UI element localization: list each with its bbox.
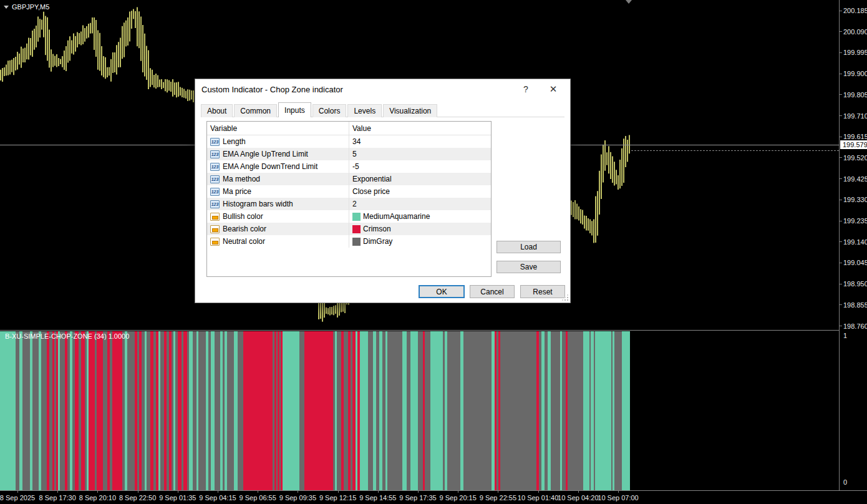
close-icon[interactable]: ✕ bbox=[544, 82, 563, 97]
param-value: Crimson bbox=[363, 225, 391, 233]
histogram-segment bbox=[360, 331, 368, 491]
param-row[interactable]: Bullish color MediumAquamarine bbox=[207, 210, 491, 223]
price-tick-label: 199.045 bbox=[843, 259, 867, 266]
param-row[interactable]: Neutral color DimGray bbox=[207, 235, 491, 248]
chop-zone-histogram bbox=[0, 331, 630, 491]
histogram-segment bbox=[437, 331, 443, 491]
price-tick-mark bbox=[840, 263, 842, 263]
price-tick-mark bbox=[840, 304, 842, 305]
color-swatch bbox=[352, 213, 361, 221]
histogram-segment bbox=[463, 331, 492, 491]
param-value: Exponential bbox=[352, 175, 392, 183]
param-row[interactable]: 123EMA Angle DownTrend Limit -5 bbox=[207, 160, 491, 173]
param-row[interactable]: Bearish color Crimson bbox=[207, 223, 491, 235]
price-tick-mark bbox=[840, 115, 842, 116]
histogram-segment bbox=[299, 331, 304, 491]
price-tick-label: 199.805 bbox=[843, 92, 867, 99]
histogram-segment bbox=[227, 331, 234, 491]
time-tick-mark bbox=[97, 491, 98, 493]
indicator-name-label: B-XU-SIMPLE-CHOP-ZONE (34) 1.0000 bbox=[5, 332, 129, 340]
resize-grip[interactable] bbox=[563, 296, 569, 301]
param-value: -5 bbox=[352, 162, 359, 171]
param-name: Bullish color bbox=[223, 212, 263, 221]
param-value: 34 bbox=[352, 137, 361, 146]
histogram-segment bbox=[583, 331, 589, 491]
time-tick-mark bbox=[258, 491, 258, 493]
tab-common[interactable]: Common bbox=[234, 104, 277, 117]
save-button[interactable]: Save bbox=[496, 261, 561, 273]
price-tick-mark bbox=[840, 221, 842, 221]
histogram-segment bbox=[551, 331, 560, 491]
param-name: EMA Angle DownTrend Limit bbox=[223, 162, 317, 171]
price-axis[interactable]: 200.185200.090199.995199.900199.805199.7… bbox=[839, 0, 867, 491]
tab-about[interactable]: About bbox=[201, 104, 233, 117]
histogram-segment bbox=[112, 331, 122, 491]
histogram-segment bbox=[60, 331, 65, 491]
indicator-subwindow[interactable]: B-XU-SIMPLE-CHOP-ZONE (34) 1.0000 bbox=[0, 330, 839, 491]
color-param-icon bbox=[210, 213, 220, 221]
tab-colors[interactable]: Colors bbox=[312, 104, 347, 117]
indicator-scale-max: 1 bbox=[843, 332, 847, 339]
param-row[interactable]: 123EMA Angle UpTrend Limit 5 bbox=[207, 148, 491, 160]
param-name: EMA Angle UpTrend Limit bbox=[223, 150, 308, 158]
time-tick-label: 9 Sep 17:35 bbox=[399, 494, 436, 502]
param-row[interactable]: 123Histogram bars width 2 bbox=[207, 198, 491, 210]
tab-levels[interactable]: Levels bbox=[347, 104, 382, 117]
histogram-segment bbox=[337, 331, 341, 491]
histogram-segment bbox=[368, 331, 373, 491]
param-value: 5 bbox=[352, 150, 357, 158]
param-value: DimGray bbox=[363, 237, 392, 246]
price-tick-mark bbox=[840, 74, 842, 74]
price-tick-label: 198.760 bbox=[843, 323, 867, 330]
chart-shift-marker[interactable] bbox=[626, 0, 632, 4]
reset-button[interactable]: Reset bbox=[520, 285, 565, 298]
histogram-segment bbox=[198, 331, 206, 491]
numeric-param-icon: 123 bbox=[210, 163, 220, 171]
indicator-scale-min: 0 bbox=[843, 479, 847, 486]
param-row[interactable]: 123Ma method Exponential bbox=[207, 173, 491, 185]
dialog-titlebar[interactable]: Custom Indicator - Chop Zone indicator ?… bbox=[195, 79, 570, 99]
numeric-param-icon: 123 bbox=[210, 200, 220, 208]
time-axis[interactable]: 8 Sep 20258 Sep 17:308 Sep 20:108 Sep 22… bbox=[0, 490, 867, 504]
param-row[interactable]: 123Ma price Close price bbox=[207, 185, 491, 198]
price-tick-label: 199.520 bbox=[843, 155, 867, 162]
histogram-segment bbox=[32, 331, 39, 491]
price-tick-label: 199.615 bbox=[843, 133, 867, 140]
param-row[interactable]: 123Length 34 bbox=[207, 135, 491, 148]
dialog-tabbar: AboutCommonInputsColorsLevelsVisualizati… bbox=[201, 103, 564, 117]
time-tick-label: 9 Sep 22:55 bbox=[480, 494, 516, 502]
histogram-segment bbox=[103, 331, 107, 491]
histogram-segment bbox=[568, 331, 583, 491]
histogram-segment bbox=[595, 331, 611, 491]
help-button[interactable]: ? bbox=[516, 82, 535, 97]
param-name: Bearish color bbox=[223, 225, 266, 233]
histogram-segment bbox=[127, 331, 135, 491]
histogram-segment bbox=[304, 331, 333, 491]
price-tick-label: 199.140 bbox=[843, 239, 867, 246]
param-value: 2 bbox=[352, 200, 357, 208]
time-tick-label: 8 Sep 20:10 bbox=[79, 494, 116, 502]
symbol-label: GBPJPY,M5 bbox=[4, 3, 49, 11]
histogram-segment bbox=[243, 331, 273, 491]
price-tick-label: 198.950 bbox=[843, 281, 867, 288]
price-tick-label: 200.090 bbox=[843, 29, 867, 36]
param-name: Histogram bars width bbox=[223, 200, 293, 208]
time-tick-mark bbox=[418, 491, 419, 493]
price-tick-mark bbox=[840, 52, 842, 53]
price-tick-mark bbox=[840, 157, 842, 158]
price-tick-label: 199.425 bbox=[843, 176, 867, 183]
price-tick-mark bbox=[840, 178, 842, 179]
price-tick-label: 198.855 bbox=[843, 302, 867, 309]
histogram-segment bbox=[418, 331, 423, 491]
price-tick-label: 199.330 bbox=[843, 196, 867, 203]
tab-visualization[interactable]: Visualization bbox=[383, 104, 437, 117]
chevron-down-icon[interactable] bbox=[4, 6, 9, 9]
numeric-param-icon: 123 bbox=[210, 188, 220, 196]
tab-inputs[interactable]: Inputs bbox=[278, 102, 311, 117]
param-name: Ma method bbox=[223, 175, 260, 183]
time-tick-label: 9 Sep 12:15 bbox=[319, 494, 356, 502]
ok-button[interactable]: OK bbox=[419, 285, 465, 298]
time-tick-mark bbox=[138, 491, 138, 493]
load-button[interactable]: Load bbox=[496, 241, 561, 253]
cancel-button[interactable]: Cancel bbox=[470, 285, 515, 298]
